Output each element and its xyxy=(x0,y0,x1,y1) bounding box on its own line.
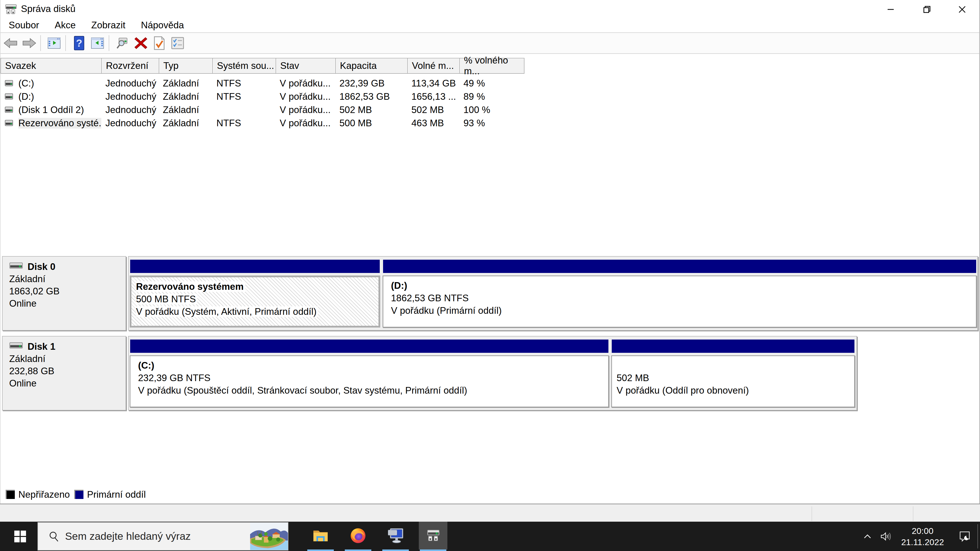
delete-icon xyxy=(134,37,148,50)
show-desktop-divider[interactable] xyxy=(977,524,978,548)
console-tree-icon xyxy=(48,37,61,49)
search-highlight-illustration xyxy=(250,523,288,551)
rescan-disks-icon xyxy=(116,37,129,50)
disk1-partition1[interactable]: (C:) 232,39 GB NTFS V pořádku (Spouštěcí… xyxy=(130,355,609,407)
disk0-partition1-bar xyxy=(130,259,380,273)
disk0-panel[interactable]: Disk 0 Základní 1863,02 GB Online xyxy=(2,256,126,330)
table-row[interactable]: (Disk 1 Oddíl 2) Jednoduchý Základní V p… xyxy=(0,103,525,117)
clock-date: 21.11.2022 xyxy=(896,537,950,548)
taskbar-disk-management[interactable] xyxy=(419,522,447,549)
svg-text:?: ? xyxy=(76,38,82,49)
col-procento-volneho[interactable]: % volného m... xyxy=(460,59,524,73)
col-rozvrzeni[interactable]: Rozvržení xyxy=(102,59,159,73)
toolbar-separator xyxy=(109,35,109,51)
search-input[interactable]: Sem zadejte hledaný výraz xyxy=(38,522,288,551)
col-svazek[interactable]: Svazek xyxy=(1,59,102,73)
disk0-partition2[interactable]: (D:) 1862,53 GB NTFS V pořádku (Primární… xyxy=(383,275,977,327)
volume-icon xyxy=(5,93,15,101)
back-button[interactable] xyxy=(3,35,19,51)
check-disk-button[interactable] xyxy=(151,35,167,51)
delete-volume-button[interactable] xyxy=(133,35,149,51)
volume-button[interactable] xyxy=(877,532,896,541)
disk1-panel[interactable]: Disk 1 Základní 232,88 GB Online xyxy=(2,336,126,410)
volume-icon xyxy=(5,119,15,127)
disk-type: Základní xyxy=(9,353,126,365)
menu-akce[interactable]: Akce xyxy=(55,20,83,30)
minimize-button[interactable] xyxy=(876,0,905,19)
disk-size: 1863,02 GB xyxy=(9,285,126,297)
taskbar: Sem zadejte hledaný výraz xyxy=(0,522,980,551)
toolbar: ? xyxy=(0,32,979,54)
taskbar-firefox[interactable] xyxy=(344,522,372,549)
status-strip xyxy=(0,503,980,522)
console-tree-button[interactable] xyxy=(46,35,62,51)
file-explorer-icon xyxy=(312,529,329,543)
disk-status: Online xyxy=(9,377,126,389)
legend-primary: Primární oddíl xyxy=(87,489,146,500)
check-document-icon xyxy=(153,36,165,50)
disk-icon xyxy=(9,341,24,352)
col-system-souboru[interactable]: Systém sou... xyxy=(213,59,276,73)
taskbar-file-explorer[interactable] xyxy=(306,522,335,549)
disk0-partition1[interactable]: Rezervováno systémem 500 MB NTFS V pořád… xyxy=(130,275,380,327)
disk-management-icon xyxy=(5,3,18,16)
table-row[interactable]: (D:) Jednoduchý Základní NTFS V pořádku.… xyxy=(0,90,525,103)
menu-soubor[interactable]: Soubor xyxy=(9,20,47,30)
col-typ[interactable]: Typ xyxy=(159,59,213,73)
disk-management-window: Správa disků Soubor Akce Zobrazit Nápově… xyxy=(0,0,980,503)
volume-icon xyxy=(5,79,15,87)
restore-button[interactable] xyxy=(912,0,942,19)
col-volne-misto[interactable]: Volné m... xyxy=(408,59,460,73)
title-bar: Správa disků xyxy=(0,0,979,19)
disk-status: Online xyxy=(9,297,126,310)
windows-logo-icon xyxy=(14,530,26,542)
action-pane-button[interactable] xyxy=(89,35,106,51)
col-stav[interactable]: Stav xyxy=(276,59,336,73)
close-button[interactable] xyxy=(947,0,977,19)
rescan-disks-button[interactable] xyxy=(115,35,130,51)
volume-list-header: Svazek Rozvržení Typ Systém sou... Stav … xyxy=(0,58,525,74)
back-icon xyxy=(3,38,18,49)
disk-management-taskbar-icon xyxy=(425,528,441,543)
toolbar-separator xyxy=(40,35,41,51)
action-center-button[interactable] xyxy=(950,531,980,542)
forward-icon xyxy=(22,38,36,49)
search-icon xyxy=(48,531,59,542)
disk1-partition2[interactable]: 502 MB V pořádku (Oddíl pro obnovení) xyxy=(611,355,855,407)
help-icon: ? xyxy=(74,36,84,50)
close-icon xyxy=(958,5,966,14)
minimize-icon xyxy=(887,6,894,13)
system-tray: 20:00 21.11.2022 xyxy=(859,522,980,551)
toolbar-separator xyxy=(65,35,66,51)
action-pane-icon xyxy=(91,37,104,49)
forward-button[interactable] xyxy=(21,35,37,51)
chevron-up-icon xyxy=(864,534,871,539)
clock[interactable]: 20:00 21.11.2022 xyxy=(896,525,950,548)
restore-icon xyxy=(923,5,931,14)
properties-icon xyxy=(171,37,184,49)
disk-type: Základní xyxy=(9,273,126,285)
disk0-partition2-bar xyxy=(383,259,977,273)
action-center-icon xyxy=(959,531,970,542)
legend-unallocated: Nepřiřazeno xyxy=(18,489,70,500)
firefox-icon xyxy=(350,528,366,544)
table-row[interactable]: (C:) Jednoduchý Základní NTFS V pořádku.… xyxy=(0,77,525,90)
menu-napoveda[interactable]: Nápověda xyxy=(141,20,192,30)
help-button[interactable]: ? xyxy=(71,35,87,51)
menu-zobrazit[interactable]: Zobrazit xyxy=(91,20,134,30)
speaker-icon xyxy=(880,532,892,541)
remote-desktop-icon xyxy=(388,528,404,543)
primary-partition-swatch xyxy=(74,490,83,499)
legend-bar: Nepřiřazeno Primární oddíl xyxy=(0,487,979,503)
disk-name: Disk 0 xyxy=(27,261,56,273)
taskbar-remote-desktop[interactable] xyxy=(381,522,410,549)
tray-expand-button[interactable] xyxy=(859,534,877,539)
properties-button[interactable] xyxy=(169,35,186,51)
start-button[interactable] xyxy=(6,522,34,551)
table-row[interactable]: Rezervováno systé... Jednoduchý Základní… xyxy=(0,117,525,130)
col-kapacita[interactable]: Kapacita xyxy=(336,59,408,73)
window-title: Správa disků xyxy=(21,3,76,14)
clock-time: 20:00 xyxy=(896,525,950,537)
disk-icon xyxy=(9,262,24,272)
menu-bar: Soubor Akce Zobrazit Nápověda xyxy=(0,19,979,32)
